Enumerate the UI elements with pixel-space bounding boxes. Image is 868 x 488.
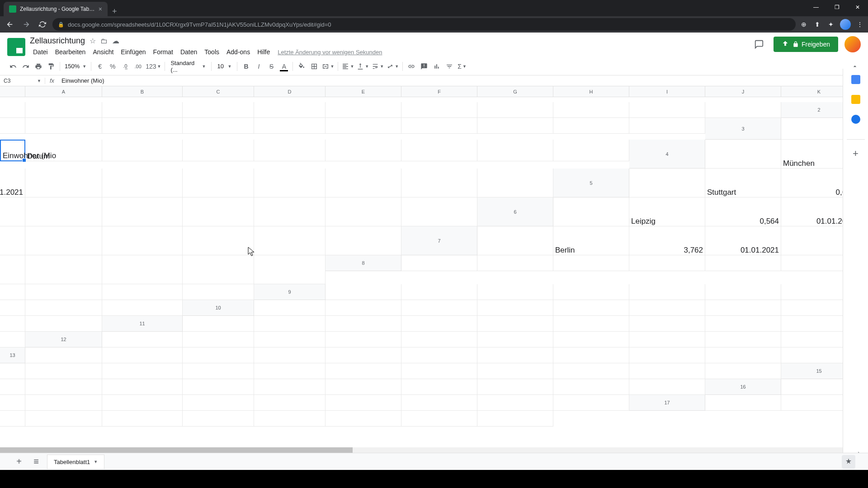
row-header-13[interactable]: 13	[0, 347, 25, 363]
cell-H8[interactable]	[0, 284, 25, 300]
cell-E1[interactable]	[254, 102, 326, 118]
cell-C3[interactable]: Einwohner (Mio	[0, 140, 25, 161]
cell-C15[interactable]	[25, 379, 102, 395]
column-header-C[interactable]: C	[183, 86, 254, 97]
cell-J17[interactable]	[401, 411, 477, 427]
cell-G6[interactable]	[25, 226, 102, 255]
paint-format-button[interactable]	[45, 61, 57, 72]
cell-K7[interactable]	[254, 255, 326, 284]
cell-I1[interactable]	[553, 102, 629, 118]
share-button[interactable]: Freigeben	[774, 37, 838, 52]
cell-A13[interactable]	[25, 347, 102, 363]
cell-C13[interactable]	[183, 347, 254, 363]
menu-addons[interactable]: Add-ons	[223, 47, 253, 57]
print-button[interactable]	[33, 61, 44, 72]
cell-B14[interactable]	[25, 363, 102, 379]
forward-button[interactable]	[20, 18, 33, 31]
cell-J2[interactable]	[553, 118, 629, 134]
cell-K16[interactable]	[553, 395, 629, 411]
cell-C16[interactable]	[0, 395, 25, 411]
cell-E17[interactable]	[25, 411, 102, 427]
link-button[interactable]	[406, 61, 417, 72]
column-header-G[interactable]: G	[477, 86, 553, 97]
cell-C1[interactable]	[102, 102, 183, 118]
bold-button[interactable]: B	[240, 61, 252, 72]
all-sheets-button[interactable]: ≡	[30, 456, 42, 467]
functions-button[interactable]: Σ▼	[456, 61, 468, 72]
row-header-8[interactable]: 8	[326, 255, 401, 271]
zoom-icon[interactable]: ⊕	[799, 20, 808, 29]
cell-J4[interactable]	[401, 169, 477, 197]
column-header-E[interactable]: E	[326, 86, 401, 97]
cell-B6[interactable]: Leipzig	[629, 197, 705, 226]
cell-E12[interactable]	[401, 332, 477, 347]
cell-G17[interactable]	[183, 411, 254, 427]
cell-F14[interactable]	[326, 363, 401, 379]
extensions-icon[interactable]: ✦	[826, 20, 835, 29]
row-header-11[interactable]: 11	[102, 316, 183, 332]
add-sheet-button[interactable]: +	[13, 456, 25, 467]
row-header-9[interactable]: 9	[254, 284, 326, 300]
redo-button[interactable]	[20, 61, 32, 72]
cell-I16[interactable]	[401, 395, 477, 411]
cell-G14[interactable]	[401, 363, 477, 379]
cell-F1[interactable]	[326, 102, 401, 118]
cell-F6[interactable]	[0, 226, 25, 255]
row-header-4[interactable]: 4	[629, 140, 705, 169]
cell-F3[interactable]	[183, 140, 254, 161]
cell-I15[interactable]	[477, 379, 553, 395]
cell-H17[interactable]	[254, 411, 326, 427]
horizontal-scrollbar[interactable]	[0, 447, 843, 453]
cell-G2[interactable]	[326, 118, 401, 134]
cell-E11[interactable]	[477, 316, 553, 332]
cell-J8[interactable]	[102, 284, 183, 300]
cell-E4[interactable]	[25, 169, 102, 197]
cell-I14[interactable]	[553, 363, 629, 379]
cell-F5[interactable]	[25, 197, 102, 226]
cell-E10[interactable]	[553, 300, 629, 316]
column-header-J[interactable]: J	[705, 86, 781, 97]
cell-I8[interactable]	[25, 284, 102, 300]
zoom-dropdown[interactable]: 150%▼	[63, 63, 88, 70]
cell-J9[interactable]	[25, 300, 102, 316]
increase-decimal-button[interactable]: .00	[132, 61, 144, 72]
menu-insert[interactable]: Einfügen	[118, 47, 149, 57]
cell-K5[interactable]	[401, 197, 477, 226]
cell-G12[interactable]	[553, 332, 629, 347]
cell-H11[interactable]	[705, 316, 781, 332]
cell-B5[interactable]: Stuttgart	[705, 169, 781, 197]
cell-G11[interactable]	[629, 316, 705, 332]
name-box[interactable]: C3▼	[0, 78, 45, 84]
cell-J1[interactable]	[629, 102, 705, 118]
maximize-button[interactable]: ❐	[826, 0, 847, 14]
filter-button[interactable]	[443, 61, 455, 72]
cell-C2[interactable]	[25, 118, 102, 134]
cell-J13[interactable]	[705, 347, 781, 363]
cell-A11[interactable]	[183, 316, 254, 332]
vertical-align-button[interactable]: ▼	[356, 61, 370, 72]
browser-tab[interactable]: Zellausrichtung - Google Tabelle ×	[4, 2, 108, 16]
cell-K11[interactable]	[0, 332, 25, 347]
row-header-7[interactable]: 7	[401, 226, 477, 255]
cell-D17[interactable]	[0, 411, 25, 427]
currency-button[interactable]: €	[94, 61, 106, 72]
cell-B12[interactable]	[183, 332, 254, 347]
share-url-icon[interactable]: ⬆	[813, 20, 822, 29]
close-tab-icon[interactable]: ×	[99, 5, 102, 13]
number-format-dropdown[interactable]: 123▼	[145, 61, 162, 72]
keep-icon[interactable]	[851, 95, 860, 104]
cell-H3[interactable]	[326, 140, 401, 161]
cell-J16[interactable]	[477, 395, 553, 411]
cell-B13[interactable]	[102, 347, 183, 363]
cell-B2[interactable]	[0, 118, 25, 134]
minimize-button[interactable]: —	[806, 0, 826, 14]
cell-G4[interactable]	[183, 169, 254, 197]
reload-button[interactable]	[36, 18, 49, 31]
cell-D9[interactable]	[553, 284, 629, 300]
cell-J14[interactable]	[629, 363, 705, 379]
row-header-5[interactable]: 5	[553, 169, 629, 197]
column-header-I[interactable]: I	[629, 86, 705, 97]
cell-G13[interactable]	[477, 347, 553, 363]
scrollbar-thumb[interactable]	[0, 447, 353, 453]
cell-D13[interactable]	[254, 347, 326, 363]
